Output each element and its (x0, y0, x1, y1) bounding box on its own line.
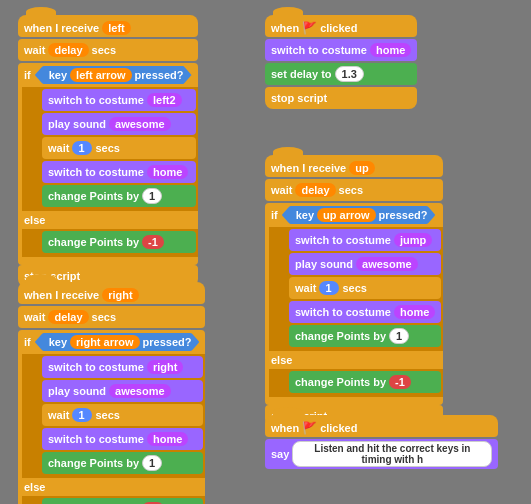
switch-costume-home-flag[interactable]: switch to costume home (265, 39, 417, 61)
wait-block[interactable]: wait delay secs (18, 39, 198, 61)
else-up-body: change Points by -1 (265, 369, 443, 397)
play-sound-right[interactable]: play sound awesome (42, 380, 203, 402)
when-flag-say-hat[interactable]: when 🚩 clicked (265, 415, 498, 437)
change-points-up-1[interactable]: change Points by 1 (289, 325, 441, 347)
change-points-up-minus1[interactable]: change Points by -1 (289, 371, 441, 393)
right-group: when I receive right wait delay secs if … (18, 282, 205, 504)
play-sound-up[interactable]: play sound awesome (289, 253, 441, 275)
condition-right[interactable]: key right arrow pressed? (35, 333, 200, 351)
set-delay[interactable]: set delay to 1.3 (265, 63, 417, 85)
up-value[interactable]: up (349, 161, 374, 175)
flag-icon-2: 🚩 (302, 421, 317, 435)
if-right-body: switch to costume right play sound aweso… (18, 354, 205, 478)
switch-costume-jump[interactable]: switch to costume jump (289, 229, 441, 251)
switch-costume-home-up[interactable]: switch to costume home (289, 301, 441, 323)
else-body: change Points by -1 (18, 229, 198, 257)
change-points-1[interactable]: change Points by 1 (42, 185, 196, 207)
wait-delay-up[interactable]: wait delay secs (265, 179, 443, 201)
switch-costume-left2[interactable]: switch to costume left2 (42, 89, 196, 111)
else-bar: else (18, 211, 198, 229)
if-right-header: if key right arrow pressed? (18, 330, 205, 354)
if-up-body: switch to costume jump play sound awesom… (265, 227, 443, 351)
if-header: if key left arrow pressed? (18, 63, 198, 87)
receive-value[interactable]: left (102, 21, 131, 35)
else-up-bar: else (265, 351, 443, 369)
stop-script-2[interactable]: stop script (265, 87, 417, 109)
if-up-footer (265, 397, 443, 405)
wait-1-right[interactable]: wait 1 secs (42, 404, 203, 426)
if-footer (18, 257, 198, 265)
switch-costume-home-1[interactable]: switch to costume home (42, 161, 196, 183)
wait-1-up[interactable]: wait 1 secs (289, 277, 441, 299)
when-receive-up-hat[interactable]: when I receive up (265, 155, 443, 177)
if-right-block: if key right arrow pressed? switch to co… (18, 330, 205, 504)
delay-pill[interactable]: delay (48, 43, 88, 57)
flag-icon: 🚩 (302, 21, 317, 35)
say-group: when 🚩 clicked say Listen and hit the co… (265, 415, 498, 471)
switch-costume-right[interactable]: switch to costume right (42, 356, 203, 378)
if-up-block: if key up arrow pressed? switch to costu… (265, 203, 443, 405)
condition-left[interactable]: key left arrow pressed? (35, 66, 192, 84)
right-value[interactable]: right (102, 288, 138, 302)
when-receive-label: when I receive (24, 22, 99, 34)
when-flag-hat[interactable]: when 🚩 clicked (265, 15, 417, 37)
switch-costume-home-right[interactable]: switch to costume home (42, 428, 203, 450)
wait-1-secs[interactable]: wait 1 secs (42, 137, 196, 159)
if-up-header: if key up arrow pressed? (265, 203, 443, 227)
up-group: when I receive up wait delay secs if key… (265, 155, 443, 429)
left-group: when I receive left wait delay secs if k… (18, 15, 198, 289)
play-sound-awesome[interactable]: play sound awesome (42, 113, 196, 135)
change-points-right-1[interactable]: change Points by 1 (42, 452, 203, 474)
say-block[interactable]: say Listen and hit the correct keys in t… (265, 439, 498, 469)
if-body: switch to costume left2 play sound aweso… (18, 87, 198, 211)
condition-up[interactable]: key up arrow pressed? (282, 206, 436, 224)
else-right-body: change Points by -1 (18, 496, 205, 504)
right-flag-group: when 🚩 clicked switch to costume home se… (265, 15, 417, 111)
else-right-bar: else (18, 478, 205, 496)
if-block: if key left arrow pressed? switch to cos… (18, 63, 198, 265)
when-receive-hat[interactable]: when I receive left (18, 15, 198, 37)
say-value[interactable]: Listen and hit the correct keys in timin… (292, 441, 492, 467)
change-points-minus1[interactable]: change Points by -1 (42, 231, 196, 253)
wait-delay-right[interactable]: wait delay secs (18, 306, 205, 328)
when-receive-right-hat[interactable]: when I receive right (18, 282, 205, 304)
change-points-right-minus1[interactable]: change Points by -1 (42, 498, 203, 504)
